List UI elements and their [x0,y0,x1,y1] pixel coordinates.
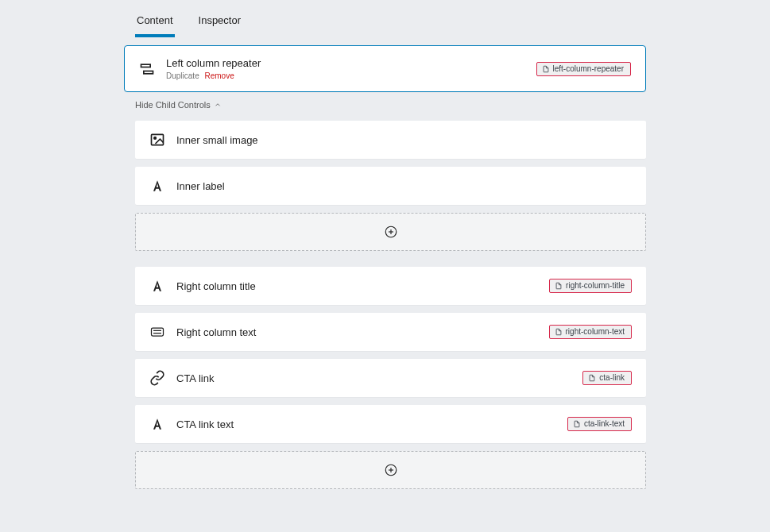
repeater-icon [139,61,155,77]
duplicate-link[interactable]: Duplicate [166,71,199,80]
block-title: CTA link text [176,418,567,430]
block-inner-label[interactable]: Inner label [135,167,646,205]
plus-circle-icon [384,463,398,477]
slug-badge[interactable]: right-column-title [549,279,632,293]
svg-rect-1 [144,71,153,73]
block-title: Inner small image [176,134,632,146]
tab-content[interactable]: Content [135,8,175,37]
image-icon [149,132,165,148]
file-icon [555,328,563,336]
text-icon [149,278,165,294]
tabs: Content Inspector [124,8,646,37]
remove-link[interactable]: Remove [204,71,234,80]
block-title: Right column title [176,280,549,292]
chevron-up-icon [214,101,222,109]
textarea-icon [149,324,165,340]
block-title: Left column repeater [166,57,536,69]
hide-child-controls-toggle[interactable]: Hide Child Controls [124,92,233,113]
text-icon [149,416,165,432]
add-sibling-button[interactable] [135,451,646,489]
block-cta-link[interactable]: CTA link cta-link [135,359,646,397]
slug-text: cta-link [599,374,625,382]
file-icon [542,65,550,73]
tab-inspector[interactable]: Inspector [197,8,242,37]
block-right-column-title[interactable]: Right column title right-column-title [135,267,646,305]
slug-badge[interactable]: left-column-repeater [536,62,631,76]
block-title: CTA link [176,372,582,384]
hide-child-controls-label: Hide Child Controls [135,100,211,110]
svg-rect-0 [141,64,151,67]
file-icon [555,282,563,290]
slug-badge[interactable]: cta-link-text [567,417,632,431]
slug-text: cta-link-text [584,420,625,428]
slug-text: right-column-title [566,282,625,290]
slug-text: right-column-text [566,328,625,336]
block-cta-link-text[interactable]: CTA link text cta-link-text [135,405,646,443]
slug-text: left-column-repeater [553,65,624,73]
svg-rect-7 [152,328,164,336]
plus-circle-icon [384,225,398,239]
block-right-column-text[interactable]: Right column text right-column-text [135,313,646,351]
block-title: Right column text [176,326,549,338]
file-icon [588,374,596,382]
svg-point-3 [154,137,157,140]
slug-badge[interactable]: right-column-text [549,325,632,339]
file-icon [573,420,581,428]
slug-badge[interactable]: cta-link [582,371,632,385]
block-title: Inner label [176,180,632,192]
add-child-button[interactable] [135,213,646,251]
block-left-column-repeater[interactable]: Left column repeater Duplicate Remove le… [124,45,646,92]
link-icon [149,370,165,386]
block-inner-small-image[interactable]: Inner small image [135,121,646,159]
text-icon [149,178,165,194]
